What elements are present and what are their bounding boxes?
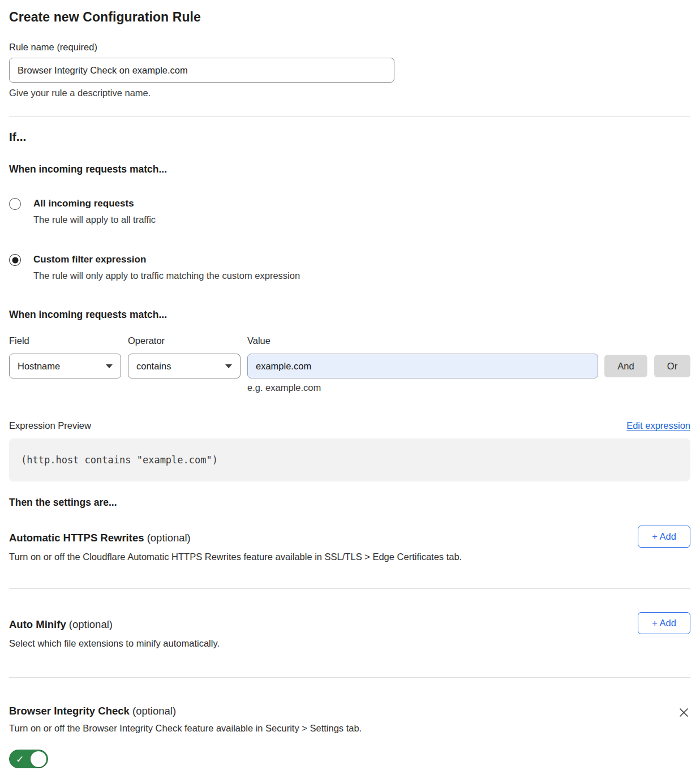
setting-optional-label: (optional)	[144, 532, 191, 544]
setting-optional-label: (optional)	[66, 618, 113, 630]
setting-description: Turn on or off the Browser Integrity Che…	[9, 722, 690, 734]
browser-integrity-check-toggle[interactable]: ✓	[9, 750, 48, 768]
setting-browser-integrity-check: Browser Integrity Check (optional)	[9, 699, 690, 719]
check-icon: ✓	[16, 754, 24, 764]
remove-setting-button[interactable]	[677, 705, 690, 719]
setting-title: Auto Minify	[9, 618, 66, 630]
setting-title-group: Automatic HTTPS Rewrites (optional)	[9, 526, 191, 544]
rule-name-label: Rule name (required)	[9, 41, 690, 53]
radio-all-requests-description: The rule will apply to all traffic	[33, 213, 156, 226]
section-divider	[9, 116, 690, 117]
create-configuration-rule-form: Create new Configuration Rule Rule name …	[0, 9, 700, 771]
setting-optional-label: (optional)	[130, 705, 176, 717]
setting-auto-minify: Auto Minify (optional) + Add	[9, 612, 690, 634]
setting-title: Automatic HTTPS Rewrites	[9, 532, 144, 544]
value-column-label: Value	[247, 335, 270, 346]
value-input[interactable]	[247, 354, 598, 378]
section-divider	[9, 677, 690, 678]
setting-title-group: Browser Integrity Check (optional)	[9, 699, 176, 717]
expression-builder-heading: When incoming requests match...	[9, 308, 690, 321]
setting-description: Select which file extensions to minify a…	[9, 638, 690, 649]
chevron-down-icon	[225, 364, 232, 368]
field-select-value: Hostname	[18, 361, 60, 372]
builder-column-labels: Field Operator Value	[9, 335, 690, 346]
settings-heading: Then the settings are...	[9, 496, 690, 509]
expression-builder-row: Hostname contains And Or	[9, 354, 690, 378]
setting-title-group: Auto Minify (optional)	[9, 612, 113, 631]
radio-custom-expression[interactable]	[9, 254, 21, 266]
radio-custom-expression-description: The rule will only apply to traffic matc…	[33, 269, 300, 282]
operator-column-label: Operator	[128, 335, 247, 346]
page-title: Create new Configuration Rule	[9, 9, 690, 25]
setting-automatic-https-rewrites: Automatic HTTPS Rewrites (optional) + Ad…	[9, 526, 690, 548]
radio-option-all-requests[interactable]: All incoming requests The rule will appl…	[9, 197, 690, 226]
expression-preview-label: Expression Preview	[9, 420, 91, 432]
setting-description: Turn on or off the Cloudflare Automatic …	[9, 551, 690, 563]
operator-select-value: contains	[136, 361, 171, 372]
field-column-label: Field	[9, 335, 128, 346]
field-select[interactable]: Hostname	[9, 354, 121, 378]
or-button[interactable]: Or	[654, 355, 690, 377]
operator-select[interactable]: contains	[128, 354, 241, 378]
add-auto-minify-button[interactable]: + Add	[638, 612, 690, 634]
add-automatic-https-rewrites-button[interactable]: + Add	[638, 526, 690, 548]
edit-expression-link[interactable]: Edit expression	[626, 420, 690, 431]
radio-all-requests-label: All incoming requests	[33, 197, 156, 210]
radio-option-custom-expression[interactable]: Custom filter expression The rule will o…	[9, 253, 690, 282]
radio-texts: Custom filter expression The rule will o…	[33, 253, 300, 282]
and-button[interactable]: And	[604, 355, 647, 377]
match-subheading: When incoming requests match...	[9, 163, 690, 175]
expression-preview-header: Expression Preview Edit expression	[9, 420, 690, 432]
rule-name-input[interactable]	[9, 58, 394, 83]
section-divider	[9, 588, 690, 589]
close-icon	[678, 707, 689, 718]
radio-texts: All incoming requests The rule will appl…	[33, 197, 156, 226]
rule-name-help: Give your rule a descriptive name.	[9, 87, 690, 98]
expression-code-text: (http.host contains "example.com")	[21, 454, 218, 466]
radio-all-requests[interactable]	[9, 198, 21, 210]
chevron-down-icon	[106, 364, 113, 368]
toggle-knob[interactable]	[31, 751, 46, 767]
if-heading: If...	[9, 128, 690, 145]
value-hint: e.g. example.com	[247, 382, 690, 393]
setting-title: Browser Integrity Check	[9, 705, 130, 717]
expression-preview-code: (http.host contains "example.com")	[9, 438, 690, 481]
radio-custom-expression-label: Custom filter expression	[33, 253, 300, 266]
